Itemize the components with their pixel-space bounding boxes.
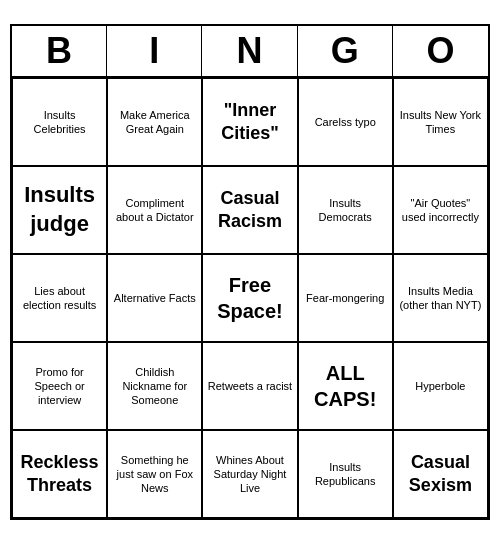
bingo-cell-18[interactable]: ALL CAPS! (298, 342, 393, 430)
bingo-cell-1[interactable]: Make America Great Again (107, 78, 202, 166)
bingo-grid: Insults CelebritiesMake America Great Ag… (12, 78, 488, 518)
bingo-cell-15[interactable]: Promo for Speech or interview (12, 342, 107, 430)
bingo-cell-23[interactable]: Insults Republicans (298, 430, 393, 518)
bingo-cell-2[interactable]: "Inner Cities" (202, 78, 297, 166)
bingo-cell-24[interactable]: Casual Sexism (393, 430, 488, 518)
bingo-cell-17[interactable]: Retweets a racist (202, 342, 297, 430)
bingo-cell-5[interactable]: Insults judge (12, 166, 107, 254)
bingo-cell-10[interactable]: Lies about election results (12, 254, 107, 342)
bingo-card: B I N G O Insults CelebritiesMake Americ… (10, 24, 490, 520)
bingo-cell-0[interactable]: Insults Celebrities (12, 78, 107, 166)
bingo-cell-6[interactable]: Compliment about a Dictator (107, 166, 202, 254)
bingo-cell-22[interactable]: Whines About Saturday Night Live (202, 430, 297, 518)
header-i: I (107, 26, 202, 76)
header-b: B (12, 26, 107, 76)
bingo-cell-4[interactable]: Insults New York Times (393, 78, 488, 166)
bingo-cell-3[interactable]: Carelss typo (298, 78, 393, 166)
bingo-cell-13[interactable]: Fear-mongering (298, 254, 393, 342)
bingo-cell-14[interactable]: Insults Media (other than NYT) (393, 254, 488, 342)
bingo-cell-7[interactable]: Casual Racism (202, 166, 297, 254)
header-g: G (298, 26, 393, 76)
bingo-cell-8[interactable]: Insults Democrats (298, 166, 393, 254)
header-n: N (202, 26, 297, 76)
bingo-cell-21[interactable]: Something he just saw on Fox News (107, 430, 202, 518)
header-o: O (393, 26, 488, 76)
bingo-cell-12[interactable]: Free Space! (202, 254, 297, 342)
bingo-cell-9[interactable]: "Air Quotes" used incorrectly (393, 166, 488, 254)
bingo-cell-11[interactable]: Alternative Facts (107, 254, 202, 342)
bingo-header: B I N G O (12, 26, 488, 78)
bingo-cell-16[interactable]: Childish Nickname for Someone (107, 342, 202, 430)
bingo-cell-20[interactable]: Reckless Threats (12, 430, 107, 518)
bingo-cell-19[interactable]: Hyperbole (393, 342, 488, 430)
